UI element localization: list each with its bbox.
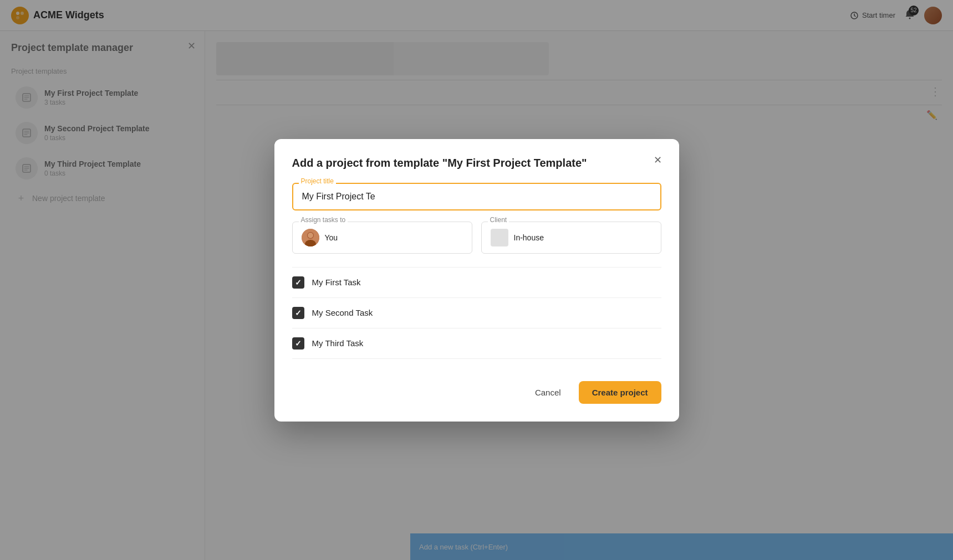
client-value: In-house bbox=[514, 233, 544, 242]
dialog-footer: Cancel Create project bbox=[292, 372, 661, 404]
task-checkbox-1[interactable]: ✓ bbox=[292, 276, 304, 289]
client-avatar-icon bbox=[491, 229, 508, 246]
task-label-1: My First Task bbox=[312, 278, 361, 287]
assign-client-row: Assign tasks to You bbox=[292, 222, 661, 254]
assign-tasks-col: Assign tasks to You bbox=[292, 222, 472, 254]
checkmark-3: ✓ bbox=[295, 339, 302, 348]
assign-tasks-value: You bbox=[325, 233, 338, 242]
dialog-overlay: Add a project from template "My First Pr… bbox=[0, 0, 953, 560]
create-project-button[interactable]: Create project bbox=[579, 381, 661, 404]
task-list: ✓ My First Task ✓ My Second Task ✓ My Th… bbox=[292, 267, 661, 359]
svg-point-11 bbox=[308, 233, 313, 238]
client-selector[interactable]: In-house bbox=[481, 222, 661, 254]
assign-tasks-selector[interactable]: You bbox=[292, 222, 472, 254]
task-item-2: ✓ My Second Task bbox=[292, 298, 661, 328]
checkmark-2: ✓ bbox=[295, 309, 302, 317]
dialog-title: Add a project from template "My First Pr… bbox=[292, 157, 661, 169]
project-title-label: Project title bbox=[299, 177, 336, 185]
avatar-image bbox=[302, 229, 319, 246]
project-title-field: Project title bbox=[292, 183, 661, 210]
project-title-input[interactable] bbox=[292, 183, 661, 210]
task-item-1: ✓ My First Task bbox=[292, 268, 661, 298]
task-item-3: ✓ My Third Task bbox=[292, 328, 661, 359]
user-avatar bbox=[302, 229, 319, 246]
client-label: Client bbox=[488, 216, 509, 224]
cancel-button[interactable]: Cancel bbox=[524, 381, 572, 404]
client-col: Client In-house bbox=[481, 222, 661, 254]
assign-tasks-label: Assign tasks to bbox=[299, 216, 348, 224]
task-checkbox-3[interactable]: ✓ bbox=[292, 337, 304, 350]
task-label-3: My Third Task bbox=[312, 338, 364, 348]
add-project-dialog: Add a project from template "My First Pr… bbox=[274, 139, 679, 422]
dialog-close-button[interactable]: ✕ bbox=[650, 152, 666, 168]
task-checkbox-2[interactable]: ✓ bbox=[292, 307, 304, 319]
checkmark-1: ✓ bbox=[295, 278, 302, 287]
task-label-2: My Second Task bbox=[312, 308, 373, 317]
